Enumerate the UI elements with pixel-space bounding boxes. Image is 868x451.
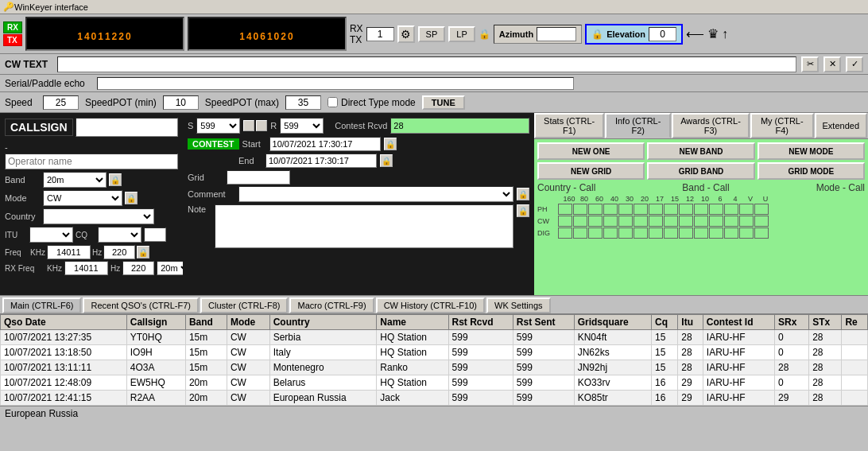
elevation-input[interactable] [649, 27, 676, 41]
right-panel-tabs: Stats (CTRL-F1) Info (CTRL-F2) Awards (C… [534, 113, 868, 139]
arrow-up-icon[interactable]: ↑ [722, 27, 728, 41]
itu-select[interactable] [29, 227, 73, 243]
s-checkbox2[interactable] [256, 120, 267, 131]
sp-button[interactable]: SP [418, 26, 446, 42]
tab-my[interactable]: My (CTRL-F4) [750, 113, 814, 138]
end-lock[interactable]: 🔒 [380, 154, 393, 167]
freq-hz-input[interactable] [103, 245, 135, 259]
comment-lock[interactable]: 🔒 [517, 188, 529, 200]
table-header-row: Qso Date Callsign Band Mode Country Name… [1, 315, 868, 330]
extra-input[interactable] [144, 227, 166, 242]
start-lock[interactable]: 🔒 [384, 138, 397, 150]
band-lock[interactable]: 🔒 [109, 173, 122, 186]
new-band-button[interactable]: NEW BAND [647, 142, 754, 160]
lock-icon[interactable]: 🔒 [479, 29, 490, 40]
r-select[interactable]: 599 [280, 118, 324, 134]
ph-17 [649, 204, 663, 215]
operator-input[interactable] [5, 154, 178, 169]
ph-10 [694, 204, 708, 215]
tune-button[interactable]: TUNE [422, 95, 465, 110]
table-cell: 15 [652, 360, 678, 375]
callsign-input[interactable] [76, 118, 178, 137]
cq-label: CQ [76, 231, 95, 239]
speedpot-max-input[interactable] [285, 95, 321, 110]
antenna-icon[interactable]: ⟵ [686, 26, 704, 41]
table-row[interactable]: 10/07/2021 13:18:50IO9H15mCWItalyHQ Stat… [1, 345, 868, 360]
tab-awards[interactable]: Awards (CTRL-F3) [672, 113, 750, 138]
dash-label: - [5, 142, 178, 152]
mode-row: Mode CW SSB DIGI 🔒 [5, 190, 178, 206]
band-select[interactable]: 20m 15m 40m [43, 172, 107, 188]
table-cell [842, 360, 868, 375]
direct-type-checkbox[interactable] [327, 97, 338, 107]
comment-select[interactable] [238, 186, 513, 202]
new-one-button[interactable]: NEW ONE [537, 142, 645, 160]
note-lock[interactable]: 🔒 [517, 204, 529, 217]
ph-4 [724, 204, 738, 215]
dig-20 [634, 227, 648, 239]
note-textarea[interactable] [215, 204, 513, 248]
ph-12 [679, 204, 693, 215]
tx-frequency-display[interactable]: 14061020 [188, 17, 347, 51]
tab-main[interactable]: Main (CTRL-F6) [2, 297, 81, 313]
cw-x-button[interactable]: ✕ [823, 56, 841, 72]
cq-select[interactable] [98, 227, 141, 243]
start-datetime-input[interactable] [269, 137, 381, 151]
channel-input[interactable] [366, 27, 394, 41]
tab-extended[interactable]: Extended [815, 113, 867, 138]
table-row[interactable]: 10/07/2021 12:41:15R2AA20mCWEuropean Rus… [1, 391, 868, 406]
freq-lock[interactable]: 🔒 [137, 246, 149, 259]
table-row[interactable]: 10/07/2021 12:48:09EW5HQ20mCWBelarusHQ S… [1, 375, 868, 391]
dig-40 [603, 227, 618, 239]
top-section: RX TX 14011220 14061020 RX TX ⚙ SP LP 🔒 … [0, 14, 868, 54]
table-row[interactable]: 10/07/2021 13:27:35YT0HQ15mCWSerbiaHQ St… [1, 330, 868, 345]
grid-mode-button[interactable]: GRID MODE [758, 162, 865, 180]
table-row[interactable]: 10/07/2021 13:11:114O3A15mCWMontenegroRa… [1, 360, 868, 375]
contest-rcvd-input[interactable] [390, 118, 529, 134]
new-grid-button[interactable]: NEW GRID [537, 162, 645, 180]
tab-stats[interactable]: Stats (CTRL-F1) [534, 113, 604, 138]
cw-text-input[interactable] [57, 56, 796, 72]
new-mode-button[interactable]: NEW MODE [758, 142, 865, 160]
tab-info[interactable]: Info (CTRL-F2) [605, 113, 671, 138]
table-cell: 10/07/2021 13:27:35 [1, 330, 127, 345]
tab-macro[interactable]: Macro (CTRL-F9) [289, 297, 374, 313]
serial-input[interactable] [97, 77, 574, 90]
col-qso-date: Qso Date [1, 315, 127, 330]
rotate-icon[interactable]: ♛ [707, 26, 719, 41]
tab-recent-qso[interactable]: Recent QSO's (CTRL-F7) [83, 297, 199, 313]
elevation-label: Elevation [606, 29, 645, 39]
tab-cw-history[interactable]: CW History (CTRL-F10) [376, 297, 485, 313]
end-datetime-input[interactable] [265, 154, 377, 168]
settings-button[interactable]: ⚙ [397, 25, 415, 43]
cw-text-label: CW TEXT [5, 59, 52, 70]
channel-spinner[interactable] [366, 27, 394, 41]
mode-lock[interactable]: 🔒 [125, 192, 138, 204]
band-header-4: 4 [728, 195, 742, 203]
grid-input[interactable] [227, 170, 290, 185]
mode-select[interactable]: CW SSB DIGI [43, 190, 122, 206]
rx-hz-input[interactable] [122, 261, 154, 275]
grid-band-button[interactable]: GRID BAND [647, 162, 754, 180]
cw-u [754, 216, 769, 227]
tab-wk-settings[interactable]: WK Settings [486, 297, 551, 313]
lp-button[interactable]: LP [448, 26, 475, 42]
rx-khz-input[interactable] [64, 261, 108, 275]
band-header-12: 12 [683, 195, 697, 203]
speedpot-min-input[interactable] [163, 95, 199, 110]
rx-frequency-display[interactable]: 14011220 [25, 17, 184, 51]
country-select[interactable] [43, 208, 154, 224]
cw-check-button[interactable]: ✓ [846, 56, 863, 72]
s-checkbox1[interactable] [243, 120, 254, 131]
new-buttons-row-1: NEW ONE NEW BAND NEW MODE [537, 142, 865, 160]
tab-cluster[interactable]: Cluster (CTRL-F8) [200, 297, 288, 313]
azimuth-input[interactable] [537, 27, 576, 41]
country-call-label: Country - Call [537, 182, 595, 193]
rx-freq-main-label: RX Freq [5, 264, 45, 273]
speed-input[interactable] [43, 95, 79, 110]
cw-30 [618, 216, 633, 227]
cw-scissors-button[interactable]: ✂ [801, 56, 819, 72]
s-select[interactable]: 599 [196, 118, 240, 134]
table-cell: 0 [775, 330, 809, 345]
freq-khz-input[interactable] [47, 245, 91, 259]
